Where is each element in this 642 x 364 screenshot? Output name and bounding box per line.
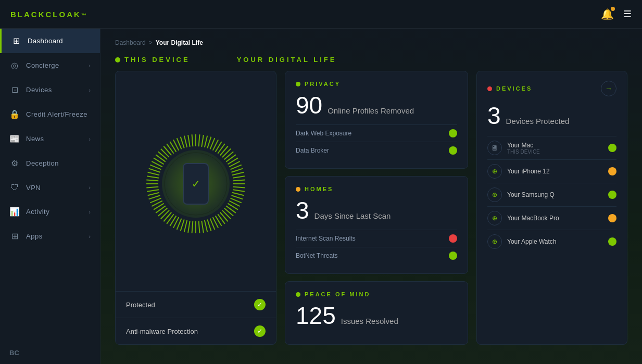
samsung-device-info: Your Samsung Q bbox=[507, 191, 603, 198]
mac-device-sub: THIS DEVICE bbox=[507, 149, 603, 155]
svg-line-60 bbox=[148, 193, 159, 195]
svg-line-24 bbox=[233, 187, 245, 188]
svg-line-62 bbox=[146, 187, 158, 188]
macbook-status-icon bbox=[608, 214, 616, 222]
hamburger-menu-icon[interactable]: ☰ bbox=[623, 8, 632, 20]
concierge-icon: ◎ bbox=[9, 60, 20, 70]
applewatch-device-name: Your Apple Watch bbox=[507, 238, 603, 245]
iphone-device-info: Your iPhone 12 bbox=[507, 168, 603, 175]
svg-line-64 bbox=[146, 180, 158, 181]
sidebar-item-devices[interactable]: ⊡ Devices › bbox=[0, 78, 100, 102]
svg-line-52 bbox=[163, 212, 171, 221]
device-list-item: ⊕ Your MacBook Pro bbox=[487, 206, 616, 230]
vpn-icon: 🛡 bbox=[9, 183, 20, 192]
topnav-right: 🔔 ☰ bbox=[601, 8, 632, 20]
bell-icon[interactable]: 🔔 bbox=[601, 8, 614, 20]
mac-status-icon bbox=[608, 144, 616, 152]
dashboard-icon: ⊞ bbox=[11, 36, 21, 46]
svg-line-6 bbox=[205, 136, 207, 147]
peace-of-mind-card: PEACE OF MIND 125 Issues Resolved bbox=[285, 281, 468, 345]
svg-line-46 bbox=[184, 220, 187, 232]
devices-icon: ⊡ bbox=[9, 85, 20, 95]
svg-line-82 bbox=[192, 134, 193, 146]
svg-line-53 bbox=[161, 210, 169, 219]
sidebar-item-credit[interactable]: 🔒 Credit Alert/Freeze bbox=[0, 102, 100, 127]
activity-icon: 📊 bbox=[9, 207, 20, 217]
middle-column: PRIVACY 90 Online Profiles Removed Dark … bbox=[285, 71, 468, 345]
sidebar-item-deception[interactable]: ⚙ Deception bbox=[0, 151, 100, 175]
svg-line-44 bbox=[192, 221, 193, 233]
main-content: Dashboard > Your Digital Life THIS DEVIC… bbox=[100, 29, 642, 364]
sidebar-item-concierge[interactable]: ◎ Concierge › bbox=[0, 53, 100, 78]
device-visual: // Generate tick marks via JS below ✓ bbox=[116, 71, 276, 291]
iphone-status-icon bbox=[608, 167, 616, 175]
news-icon: 📰 bbox=[9, 134, 20, 144]
app-logo: BLACKCLOAK™ bbox=[10, 10, 88, 19]
peace-big-label: Issues Resolved bbox=[341, 317, 398, 325]
svg-line-21 bbox=[233, 176, 245, 178]
devices-stat: 3 Devices Protected bbox=[487, 104, 616, 128]
internet-scan-label: Internet Scan Results bbox=[296, 235, 449, 242]
internet-scan-row: Internet Scan Results bbox=[296, 230, 457, 247]
devices-card: DEVICES → 3 Devices Protected 🖥 Your Mac… bbox=[476, 71, 627, 345]
botnet-threats-label: BotNet Threats bbox=[296, 252, 449, 259]
sidebar-item-vpn[interactable]: 🛡 VPN › bbox=[0, 175, 100, 199]
antimalware-label: Anti-malware Protection bbox=[126, 328, 198, 335]
applewatch-device-info: Your Apple Watch bbox=[507, 238, 603, 245]
antimalware-status-row: Anti-malware Protection ✓ bbox=[116, 318, 276, 344]
sidebar-item-label: Concierge bbox=[26, 61, 82, 69]
svg-line-32 bbox=[224, 208, 233, 216]
sidebar-item-news[interactable]: 📰 News › bbox=[0, 127, 100, 151]
svg-line-4 bbox=[199, 134, 200, 146]
svg-line-42 bbox=[199, 221, 200, 233]
breadcrumb-current: Your Digital Life bbox=[156, 39, 203, 46]
antimalware-check-icon: ✓ bbox=[254, 325, 266, 337]
section-active-dot bbox=[115, 57, 120, 62]
protected-label: Protected bbox=[126, 301, 155, 309]
applewatch-status-icon bbox=[608, 237, 616, 246]
svg-line-45 bbox=[188, 221, 190, 233]
svg-line-72 bbox=[158, 152, 167, 159]
devices-title: DEVICES bbox=[487, 85, 532, 92]
svg-line-14 bbox=[224, 152, 233, 159]
dark-web-label: Dark Web Exposure bbox=[296, 130, 449, 137]
svg-line-65 bbox=[147, 176, 159, 178]
sidebar-item-label: Apps bbox=[26, 232, 82, 240]
botnet-threats-row: BotNet Threats bbox=[296, 247, 457, 264]
svg-line-54 bbox=[158, 208, 167, 216]
dashboard-grid: // Generate tick marks via JS below ✓ Pr… bbox=[115, 71, 627, 345]
homes-card: HOMES 3 Days Since Last Scan Internet Sc… bbox=[285, 176, 468, 274]
sidebar-item-apps[interactable]: ⊞ Apps › bbox=[0, 224, 100, 248]
botnet-threats-status bbox=[449, 252, 457, 260]
dark-web-row: Dark Web Exposure bbox=[296, 124, 457, 142]
homes-status-dot bbox=[296, 187, 300, 192]
sidebar-item-label: Dashboard bbox=[28, 37, 91, 45]
data-broker-status bbox=[449, 146, 457, 155]
svg-line-26 bbox=[232, 193, 244, 195]
svg-line-73 bbox=[161, 149, 169, 157]
sidebar-item-activity[interactable]: 📊 Activity › bbox=[0, 199, 100, 224]
svg-line-7 bbox=[207, 137, 211, 148]
chevron-down-icon: › bbox=[89, 184, 91, 191]
iphone-device-name: Your iPhone 12 bbox=[507, 168, 603, 175]
svg-line-33 bbox=[222, 210, 231, 219]
chevron-down-icon: › bbox=[89, 87, 91, 93]
bell-notification-dot bbox=[611, 7, 615, 11]
svg-line-41 bbox=[202, 221, 204, 233]
sidebar-item-label: Credit Alert/Freeze bbox=[26, 110, 91, 118]
macbook-device-icon: ⊕ bbox=[487, 211, 502, 225]
svg-line-12 bbox=[220, 146, 228, 155]
breadcrumb-separator: > bbox=[149, 39, 153, 46]
sidebar-item-dashboard[interactable]: ⊞ Dashboard bbox=[0, 29, 100, 53]
privacy-big-label: Online Profiles Removed bbox=[328, 106, 414, 115]
mac-device-name: Your Mac bbox=[507, 142, 603, 149]
svg-line-74 bbox=[163, 146, 171, 155]
svg-line-20 bbox=[232, 172, 244, 175]
devices-arrow-button[interactable]: → bbox=[601, 81, 616, 96]
chevron-down-icon: › bbox=[89, 233, 91, 240]
peace-of-mind-header: PEACE OF MIND bbox=[296, 291, 457, 297]
your-digital-life-section-title: YOUR DIGITAL LIFE bbox=[237, 56, 337, 64]
svg-line-40 bbox=[205, 220, 207, 232]
svg-line-59 bbox=[149, 195, 160, 199]
privacy-big-num: 90 bbox=[296, 93, 322, 117]
